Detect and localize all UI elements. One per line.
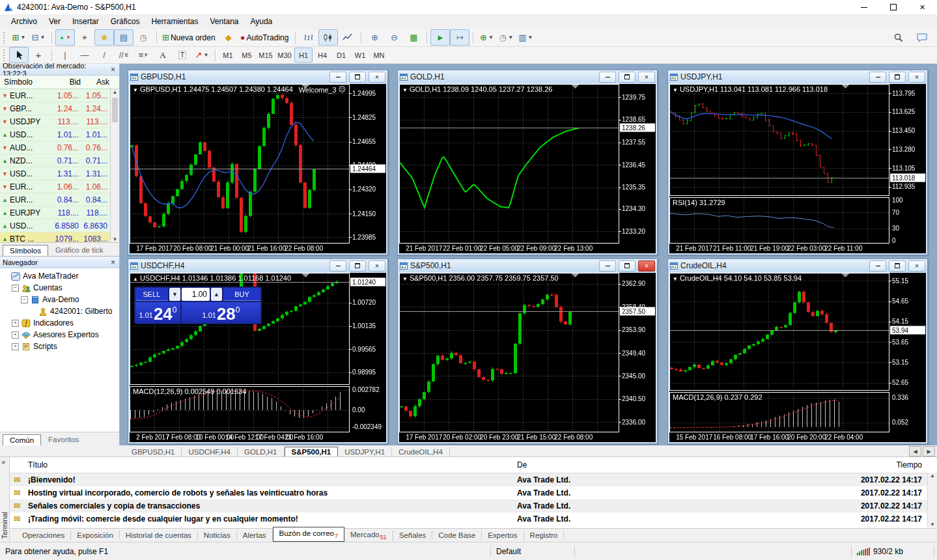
scroll-thumb[interactable]: [112, 98, 118, 122]
chart-minimize-button[interactable]: [599, 72, 616, 83]
periods-button[interactable]: ◷▼: [496, 29, 516, 46]
navigator-header[interactable]: Navegador ×: [0, 257, 119, 268]
crosshair-tool-button[interactable]: +: [29, 47, 48, 63]
tree-item-cuentas[interactable]: −Cuentas: [3, 282, 119, 294]
scroll-up-icon[interactable]: ▲: [930, 473, 935, 479]
chart-restore-button[interactable]: [619, 72, 636, 83]
line-chart-mode-button[interactable]: [338, 29, 357, 46]
mail-row[interactable]: ✉¡Trading móvil: comercie desde cualquie…: [10, 512, 937, 525]
cursor-tool-button[interactable]: [9, 47, 29, 63]
market-watch-row[interactable]: ▼EUR...1.06...1.06...: [0, 180, 119, 193]
timeframe-button-m15[interactable]: M15: [257, 48, 275, 63]
market-watch-close-icon[interactable]: ×: [109, 66, 117, 73]
market-watch-header[interactable]: Observación del mercado: 13:22:3 ×: [0, 64, 119, 76]
strategy-tester-button[interactable]: ◷: [133, 29, 153, 46]
minimize-button[interactable]: [849, 0, 878, 14]
fibonacci-tool[interactable]: ≡F: [133, 47, 153, 63]
chart-tab-crudeoil-h4[interactable]: CrudeOIL,H4: [392, 447, 450, 456]
metaeditor-button[interactable]: ◆: [219, 29, 238, 46]
horizontal-line-tool[interactable]: —: [75, 47, 94, 63]
buy-price[interactable]: 1.01280: [182, 302, 260, 323]
toolbar-grip[interactable]: [3, 49, 7, 61]
menu-item-gráficos[interactable]: Gráficos: [105, 16, 146, 27]
terminal-close-icon[interactable]: ×: [1, 458, 5, 466]
autotrading-button[interactable]: ●AutoTrading: [238, 29, 292, 46]
chart-tab-s-p500-h1[interactable]: S&P500,H1: [285, 447, 339, 456]
profiles-button[interactable]: ⊟▼: [29, 29, 48, 46]
tree-item-scripts[interactable]: +Scripts: [3, 341, 119, 352]
chart-close-button[interactable]: ×: [369, 72, 385, 83]
tree-expand-box[interactable]: −: [21, 296, 28, 303]
sell-button[interactable]: SELL: [135, 288, 168, 301]
tree-item-asesores-expertos[interactable]: +Asesores Expertos: [3, 329, 119, 341]
navigator-tab-favoritos[interactable]: Favoritos: [41, 434, 86, 445]
market-watch-row[interactable]: ▲NZD...0.71...0.71...: [0, 154, 119, 167]
chart-close-button[interactable]: ×: [908, 260, 925, 272]
data-window-button[interactable]: ⌖: [75, 29, 94, 46]
timeframe-button-m30[interactable]: M30: [275, 48, 294, 63]
market-watch-row[interactable]: ▼USD...1.31...1.31...: [0, 167, 119, 180]
market-watch-row[interactable]: ▲USD...6.85806.8630: [0, 219, 119, 232]
tree-expand-box[interactable]: +: [12, 331, 19, 339]
zoom-out-button[interactable]: ⊖: [384, 29, 404, 46]
tree-expand-box[interactable]: +: [12, 343, 19, 350]
zoom-in-button[interactable]: ⊕: [365, 29, 384, 46]
chart-window-titlebar[interactable]: USDJPY,H1×: [668, 70, 927, 84]
trendline-tool[interactable]: /: [94, 47, 114, 63]
bar-chart-mode-button[interactable]: [299, 29, 318, 46]
menu-item-archivo[interactable]: Archivo: [5, 16, 43, 27]
chat-button[interactable]: [912, 29, 932, 46]
sell-price[interactable]: 1.01240: [135, 302, 180, 323]
text-label-tool[interactable]: T: [173, 47, 192, 63]
chart-close-button[interactable]: ×: [638, 260, 655, 272]
status-profile[interactable]: Default: [491, 546, 575, 557]
tree-item-ava-metatrader[interactable]: Ava MetaTrader: [3, 270, 119, 282]
chart-window-titlebar[interactable]: S&P500,H1×: [398, 259, 657, 273]
menu-item-ayuda[interactable]: Ayuda: [244, 16, 278, 27]
terminal-tab-buz-n-de-correo[interactable]: Buzón de correo7: [273, 527, 344, 542]
terminal-tab-exposici-n[interactable]: Exposición: [71, 531, 120, 540]
chart-window-titlebar[interactable]: USDCHF,H4×: [128, 259, 387, 273]
market-watch-row[interactable]: ▲USD...1.01...1.01...: [0, 128, 119, 141]
templates-button[interactable]: ▥▼: [516, 29, 535, 46]
terminal-tab-operaciones[interactable]: Operaciones: [16, 531, 71, 540]
terminal-tab-mercado[interactable]: Mercado51: [344, 530, 393, 541]
toolbar-grip[interactable]: [3, 32, 7, 44]
chart-minimize-button[interactable]: [869, 260, 886, 272]
mail-row[interactable]: ✉Señales comerciales y copia de transacc…: [10, 499, 937, 512]
terminal-tab-historial-de-cuentas[interactable]: Historial de cuentas: [120, 531, 198, 540]
scroll-down-icon[interactable]: ▼: [113, 236, 118, 242]
timeframe-button-mn[interactable]: MN: [370, 48, 388, 63]
chart-minimize-button[interactable]: [599, 260, 616, 272]
market-watch-scrollbar[interactable]: ▲ ▼: [110, 89, 119, 242]
chart-canvas-gold[interactable]: [399, 84, 656, 253]
terminal-tab-noticias[interactable]: Noticias: [198, 531, 237, 540]
channel-tool[interactable]: //E: [114, 47, 133, 63]
close-button[interactable]: ×: [908, 0, 937, 14]
terminal-tab-code-base[interactable]: Code Base: [432, 531, 482, 540]
chart-restore-button[interactable]: [619, 260, 636, 272]
indicators-button[interactable]: ⊕▼: [477, 29, 496, 46]
search-button[interactable]: [889, 29, 908, 46]
market-watch-tab-gr-fico-de-tick[interactable]: Gráfico de tick: [48, 244, 111, 256]
scroll-up-icon[interactable]: ▲: [113, 89, 118, 95]
mail-column-headers[interactable]: Título De Tiempo: [10, 457, 937, 473]
chart-canvas-gbpusd[interactable]: [130, 84, 386, 253]
auto-scroll-button[interactable]: ▶: [430, 29, 450, 46]
vertical-line-tool[interactable]: |: [55, 47, 75, 63]
timeframe-button-m1[interactable]: M1: [219, 48, 237, 63]
buy-button[interactable]: BUY: [223, 288, 260, 301]
chart-close-button[interactable]: ×: [369, 260, 385, 272]
terminal-tab-alertas[interactable]: Alertas: [237, 531, 273, 540]
menu-item-ventana[interactable]: Ventana: [204, 16, 244, 27]
menu-item-herramientas[interactable]: Herramientas: [145, 16, 204, 27]
volume-down-button[interactable]: ▼: [169, 288, 180, 301]
arrows-tool[interactable]: ↗▼: [192, 47, 212, 63]
terminal-scrollbar[interactable]: ▲ ▼: [927, 473, 937, 527]
market-watch-row[interactable]: ▲EUR...0.84...0.84...: [0, 193, 119, 206]
chart-tab-gbpusd-h1[interactable]: GBPUSD,H1: [125, 447, 182, 456]
market-watch-row[interactable]: ▲BTC ...1079...1083...: [0, 232, 119, 242]
chart-window-titlebar[interactable]: GOLD,H1×: [398, 70, 657, 84]
tab-scroll-left-icon[interactable]: ◀: [909, 446, 921, 456]
tree-item-ava-demo[interactable]: −Ava-Demo: [3, 294, 119, 305]
